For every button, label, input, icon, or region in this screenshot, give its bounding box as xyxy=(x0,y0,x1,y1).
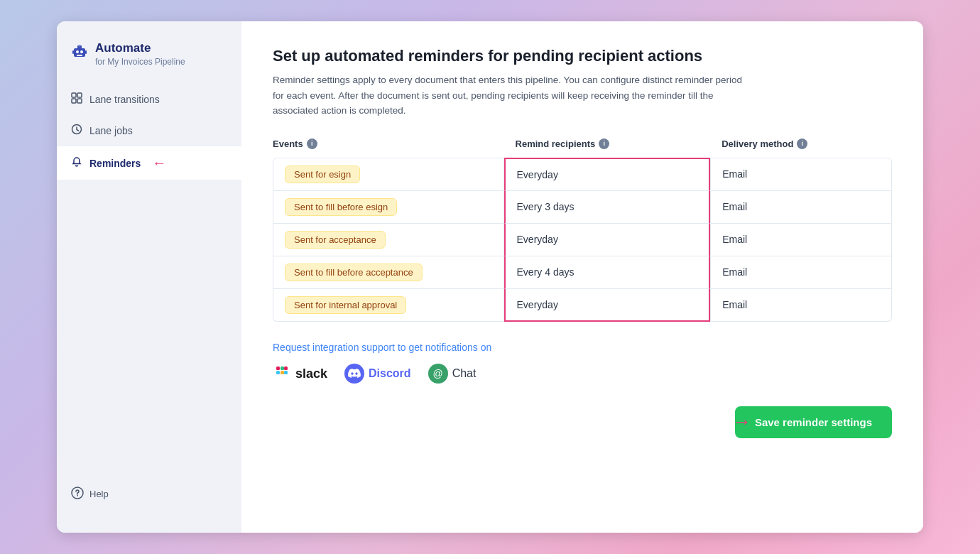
table-row: Sent for esign Everyday Email xyxy=(273,158,892,191)
event-badge-2: Sent to fill before esign xyxy=(285,198,397,216)
discord-label: Discord xyxy=(369,367,411,380)
event-cell-2: Sent to fill before esign xyxy=(273,191,504,224)
col-header-remind: Remind recipients i xyxy=(504,138,711,158)
sidebar-subtitle: for My Invoices Pipeline xyxy=(95,57,185,67)
events-info-icon[interactable]: i xyxy=(307,138,317,149)
lane-jobs-label: Lane jobs xyxy=(89,125,133,136)
slack-label: slack xyxy=(295,366,327,381)
svg-rect-9 xyxy=(77,93,82,97)
clock-icon xyxy=(71,124,82,138)
help-icon xyxy=(71,487,84,501)
remind-cell-1[interactable]: Everyday xyxy=(504,158,711,191)
svg-rect-17 xyxy=(281,371,284,374)
remind-info-icon[interactable]: i xyxy=(599,138,609,149)
svg-rect-16 xyxy=(281,366,284,370)
svg-rect-5 xyxy=(77,55,82,56)
svg-rect-11 xyxy=(77,99,82,103)
event-cell-1: Sent for esign xyxy=(273,158,504,191)
help-button[interactable]: Help xyxy=(57,475,241,513)
event-badge-5: Sent for internal approval xyxy=(285,296,406,314)
svg-rect-14 xyxy=(276,366,280,370)
discord-logo[interactable]: Discord xyxy=(344,364,411,384)
delivery-cell-4[interactable]: Email xyxy=(710,256,892,289)
col-header-delivery: Delivery method i xyxy=(710,138,892,158)
lane-transitions-label: Lane transitions xyxy=(89,94,160,105)
event-badge-4: Sent to fill before acceptance xyxy=(285,264,423,281)
remind-cell-3[interactable]: Everyday xyxy=(504,224,711,256)
reminders-table: Events i Remind recipients i Delivery me… xyxy=(273,138,892,322)
sidebar: Automate for My Invoices Pipeline Lane t… xyxy=(57,21,241,533)
svg-rect-10 xyxy=(72,99,76,103)
bell-icon xyxy=(71,156,82,170)
svg-point-4 xyxy=(80,50,83,53)
delivery-cell-2[interactable]: Email xyxy=(710,191,892,224)
delivery-cell-1[interactable]: Email xyxy=(710,158,892,191)
event-badge-1: Sent for esign xyxy=(285,165,360,183)
discord-icon xyxy=(344,364,364,384)
event-cell-3: Sent for acceptance xyxy=(273,224,504,256)
chat-logo[interactable]: @ Chat xyxy=(428,364,477,384)
chat-label: Chat xyxy=(452,367,477,380)
sidebar-item-lane-transitions[interactable]: Lane transitions xyxy=(57,84,241,115)
reminders-label: Reminders xyxy=(89,158,141,169)
table-row: Sent for internal approval Everyday Emai… xyxy=(273,289,892,322)
delivery-cell-3[interactable]: Email xyxy=(710,224,892,256)
chat-icon: @ xyxy=(428,364,448,384)
help-label: Help xyxy=(89,489,109,499)
remind-cell-4[interactable]: Every 4 days xyxy=(504,256,711,289)
svg-rect-6 xyxy=(72,50,74,54)
save-button[interactable]: Save reminder settings xyxy=(735,406,892,438)
delivery-cell-5[interactable]: Email xyxy=(710,289,892,322)
svg-rect-2 xyxy=(79,45,80,47)
col-header-events: Events i xyxy=(273,138,504,158)
sidebar-arrow: ← xyxy=(152,155,166,171)
main-footer: → Save reminder settings xyxy=(273,406,892,438)
event-cell-5: Sent for internal approval xyxy=(273,289,504,322)
sidebar-title: Automate xyxy=(95,41,185,55)
page-description: Reminder settings apply to every documen… xyxy=(273,72,756,119)
event-badge-3: Sent for acceptance xyxy=(285,231,386,249)
save-arrow: → xyxy=(731,411,751,433)
slack-icon xyxy=(273,363,291,385)
page-title: Set up automated reminders for pending r… xyxy=(273,47,892,65)
remind-cell-5[interactable]: Everyday xyxy=(504,289,711,322)
integration-logos: slack Discord @ Chat xyxy=(273,363,892,385)
event-cell-4: Sent to fill before acceptance xyxy=(273,256,504,289)
svg-point-3 xyxy=(76,50,79,53)
sidebar-title-block: Automate for My Invoices Pipeline xyxy=(95,41,185,67)
main-content: Set up automated reminders for pending r… xyxy=(241,21,923,533)
table-row: Sent for acceptance Everyday Email xyxy=(273,224,892,256)
grid-icon xyxy=(71,92,82,107)
robot-icon xyxy=(71,43,88,64)
table-row: Sent to fill before acceptance Every 4 d… xyxy=(273,256,892,289)
svg-rect-8 xyxy=(72,93,76,97)
svg-rect-19 xyxy=(284,371,288,374)
table-row: Sent to fill before esign Every 3 days E… xyxy=(273,191,892,224)
svg-rect-18 xyxy=(284,366,288,370)
sidebar-item-lane-jobs[interactable]: Lane jobs xyxy=(57,115,241,146)
sidebar-nav: Lane transitions Lane jobs xyxy=(57,84,241,475)
slack-logo[interactable]: slack xyxy=(273,363,327,385)
sidebar-item-reminders[interactable]: Reminders ← xyxy=(57,146,241,180)
sidebar-header: Automate for My Invoices Pipeline xyxy=(57,41,241,84)
delivery-info-icon[interactable]: i xyxy=(797,138,807,149)
integration-label: Request integration support to get notif… xyxy=(273,342,892,353)
svg-rect-7 xyxy=(85,50,87,54)
remind-cell-2[interactable]: Every 3 days xyxy=(504,191,711,224)
integration-section: Request integration support to get notif… xyxy=(273,342,892,385)
svg-rect-15 xyxy=(276,371,280,374)
main-container: Automate for My Invoices Pipeline Lane t… xyxy=(57,21,923,533)
